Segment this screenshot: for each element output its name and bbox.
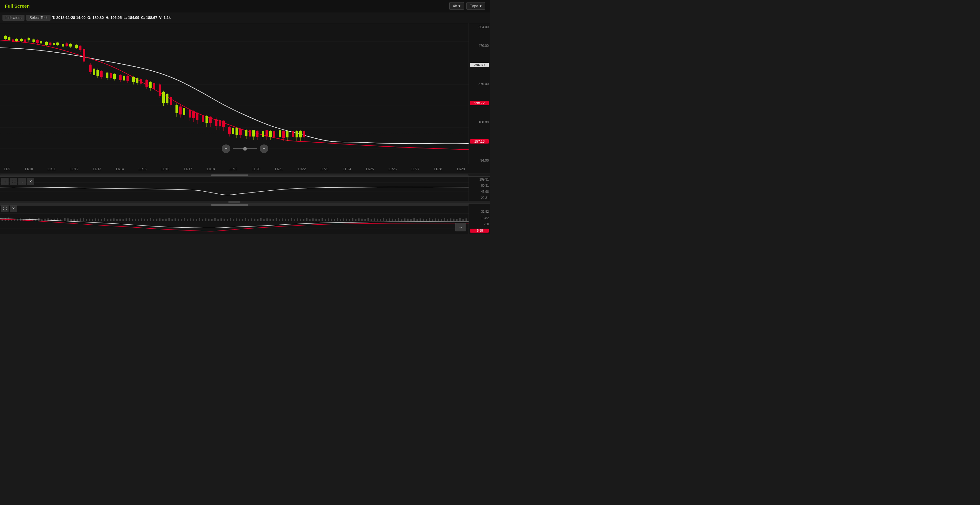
svg-rect-251 <box>300 219 301 221</box>
svg-rect-39 <box>69 44 72 46</box>
fullscreen-label: Full Screen <box>5 3 30 9</box>
ohlcv-bar: Indicators Select Tool T: 2018-11-28 14:… <box>0 12 490 23</box>
svg-rect-300 <box>450 219 452 221</box>
svg-rect-229 <box>233 219 234 221</box>
svg-rect-125 <box>256 131 258 137</box>
svg-rect-21 <box>32 40 35 42</box>
svg-rect-222 <box>211 219 213 221</box>
svg-rect-123 <box>252 130 255 137</box>
sub2-scrollbar[interactable] <box>0 203 469 206</box>
chart-canvas[interactable] <box>0 23 469 164</box>
svg-rect-9 <box>8 37 10 40</box>
date-11-25: 11/25 <box>365 167 374 171</box>
svg-rect-194 <box>126 219 127 221</box>
svg-rect-101 <box>205 116 208 123</box>
svg-rect-246 <box>285 219 286 221</box>
drag-handle-1[interactable] <box>0 201 490 203</box>
svg-rect-113 <box>232 128 234 134</box>
svg-rect-242 <box>272 219 274 221</box>
svg-rect-111 <box>228 127 231 134</box>
sub2-expand-button[interactable]: ⛶ <box>1 205 9 212</box>
sub1-expand-button[interactable]: ⛶ <box>10 178 17 185</box>
svg-rect-210 <box>175 219 176 221</box>
date-11-9: 11/9 <box>4 167 10 171</box>
timeframe-button[interactable]: 4h ▾ <box>449 2 464 10</box>
svg-rect-141 <box>292 131 294 137</box>
main-scrollbar[interactable] <box>0 174 490 176</box>
svg-rect-232 <box>242 219 243 221</box>
svg-rect-119 <box>245 130 247 136</box>
sub1-up-button[interactable]: ↑ <box>1 178 9 185</box>
sub1-down-button[interactable]: ↓ <box>18 178 26 185</box>
svg-rect-218 <box>199 218 200 221</box>
svg-rect-199 <box>141 219 142 221</box>
svg-rect-243 <box>275 218 277 221</box>
sub2-price-extra: -28 <box>470 222 489 226</box>
sub2-close-button[interactable]: ✕ <box>10 205 17 212</box>
sub2-price-mid: 16.82 <box>470 216 489 220</box>
price-94: 94.00 <box>470 159 489 162</box>
scrollbar-thumb[interactable] <box>211 175 248 176</box>
price-157: 157.13 <box>470 139 489 143</box>
svg-rect-271 <box>361 219 363 221</box>
svg-rect-290 <box>420 219 421 221</box>
svg-rect-190 <box>113 219 115 221</box>
sub2-price-bot: -5.88 <box>470 229 489 233</box>
svg-rect-103 <box>209 117 212 123</box>
svg-rect-278 <box>383 218 384 221</box>
select-tool-button[interactable]: Select Tool <box>26 15 50 21</box>
svg-rect-261 <box>331 219 332 221</box>
sub-chart-1-svg <box>0 176 469 201</box>
svg-rect-89 <box>179 106 181 114</box>
svg-rect-79 <box>159 84 161 96</box>
type-button[interactable]: Type ▾ <box>466 2 485 10</box>
svg-rect-288 <box>414 218 415 221</box>
svg-rect-230 <box>236 219 237 221</box>
sub-chart-1-canvas <box>0 176 469 201</box>
svg-rect-215 <box>190 219 191 221</box>
sub-chart-2-svg <box>0 206 469 234</box>
svg-rect-269 <box>355 219 356 221</box>
svg-rect-195 <box>129 218 130 221</box>
svg-rect-69 <box>136 78 138 83</box>
zoom-slider-thumb <box>243 147 247 151</box>
svg-rect-175 <box>67 219 68 221</box>
svg-rect-160 <box>20 219 21 221</box>
svg-rect-277 <box>380 219 381 221</box>
svg-rect-47 <box>89 65 92 72</box>
svg-rect-285 <box>404 219 406 221</box>
svg-rect-157 <box>11 219 12 221</box>
svg-rect-287 <box>410 219 412 221</box>
zoom-in-button[interactable]: + <box>260 145 268 153</box>
svg-rect-258 <box>321 218 323 221</box>
svg-rect-181 <box>86 219 87 221</box>
svg-rect-304 <box>463 219 464 221</box>
svg-rect-248 <box>291 218 292 221</box>
svg-rect-31 <box>52 43 55 45</box>
svg-rect-265 <box>343 219 344 221</box>
indicators-button[interactable]: Indicators <box>2 15 24 21</box>
svg-rect-61 <box>119 75 122 80</box>
svg-rect-115 <box>235 128 238 135</box>
date-11-16: 11/16 <box>161 167 169 171</box>
date-11-17: 11/17 <box>184 167 192 171</box>
svg-rect-57 <box>110 73 112 78</box>
svg-rect-237 <box>257 219 258 221</box>
svg-rect-23 <box>36 40 38 43</box>
sub1-close-button[interactable]: ✕ <box>27 178 34 185</box>
svg-rect-171 <box>54 219 55 221</box>
svg-rect-183 <box>92 219 93 221</box>
svg-rect-228 <box>230 218 231 221</box>
zoom-out-button[interactable]: − <box>222 145 230 153</box>
svg-rect-234 <box>248 219 249 221</box>
date-axis: 11/9 11/10 11/11 11/12 11/13 11/14 11/15… <box>0 164 490 174</box>
svg-rect-13 <box>15 39 18 41</box>
zoom-slider[interactable] <box>233 148 257 149</box>
ohlcv-v: V: 1.1k <box>159 16 170 20</box>
svg-rect-274 <box>371 219 372 221</box>
svg-rect-63 <box>123 76 125 81</box>
sub1-price-bot: 22.31 <box>470 196 489 200</box>
nav-arrow-button[interactable]: → <box>455 223 466 231</box>
scrollbar-track[interactable] <box>0 175 469 176</box>
sub-chart-2-canvas <box>0 206 469 234</box>
